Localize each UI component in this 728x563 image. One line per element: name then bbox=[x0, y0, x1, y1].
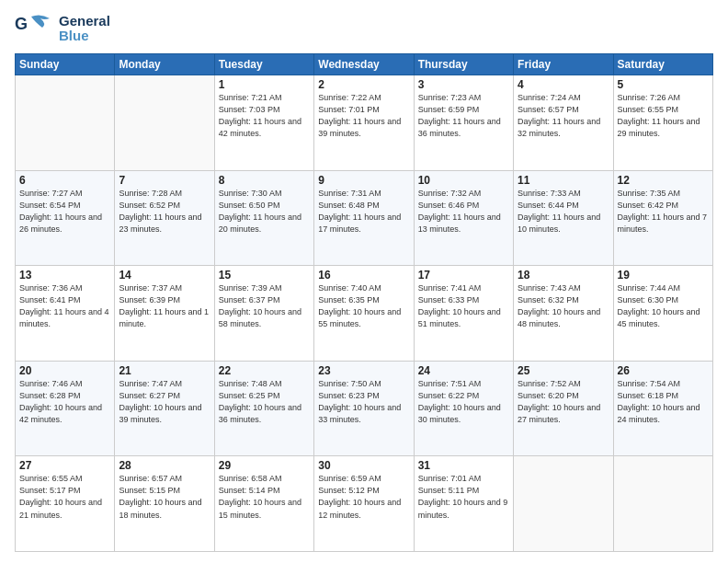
day-info: Sunrise: 7:36 AMSunset: 6:41 PMDaylight:… bbox=[19, 282, 110, 330]
page: G General Blue Sunday Monday Tuesday bbox=[0, 0, 728, 563]
day-info: Sunrise: 7:21 AMSunset: 7:03 PMDaylight:… bbox=[219, 92, 310, 140]
calendar-cell: 27Sunrise: 6:55 AMSunset: 5:17 PMDayligh… bbox=[16, 456, 115, 552]
calendar-cell: 23Sunrise: 7:50 AMSunset: 6:23 PMDayligh… bbox=[314, 361, 414, 456]
day-number: 1 bbox=[219, 78, 310, 91]
col-wednesday: Wednesday bbox=[314, 54, 414, 75]
day-info: Sunrise: 7:37 AMSunset: 6:39 PMDaylight:… bbox=[119, 282, 210, 330]
calendar-cell: 30Sunrise: 6:59 AMSunset: 5:12 PMDayligh… bbox=[314, 456, 414, 552]
day-info: Sunrise: 7:35 AMSunset: 6:42 PMDaylight:… bbox=[618, 188, 709, 236]
day-number: 5 bbox=[618, 78, 709, 91]
calendar-cell: 31Sunrise: 7:01 AMSunset: 5:11 PMDayligh… bbox=[414, 456, 513, 552]
calendar-header-row: Sunday Monday Tuesday Wednesday Thursday… bbox=[16, 54, 713, 75]
day-info: Sunrise: 7:22 AMSunset: 7:01 PMDaylight:… bbox=[318, 92, 409, 140]
day-info: Sunrise: 7:01 AMSunset: 5:11 PMDaylight:… bbox=[418, 473, 509, 521]
day-number: 6 bbox=[19, 174, 110, 187]
day-number: 21 bbox=[119, 364, 210, 377]
logo-blue: Blue bbox=[59, 29, 110, 44]
calendar-cell: 4Sunrise: 7:24 AMSunset: 6:57 PMDaylight… bbox=[514, 75, 613, 171]
calendar-cell: 26Sunrise: 7:54 AMSunset: 6:18 PMDayligh… bbox=[613, 361, 712, 456]
calendar-cell: 25Sunrise: 7:52 AMSunset: 6:20 PMDayligh… bbox=[514, 361, 613, 456]
day-info: Sunrise: 7:51 AMSunset: 6:22 PMDaylight:… bbox=[418, 378, 509, 426]
day-info: Sunrise: 7:54 AMSunset: 6:18 PMDaylight:… bbox=[618, 378, 709, 426]
day-number: 20 bbox=[19, 364, 110, 377]
calendar-cell: 3Sunrise: 7:23 AMSunset: 6:59 PMDaylight… bbox=[414, 75, 513, 171]
calendar-cell: 19Sunrise: 7:44 AMSunset: 6:30 PMDayligh… bbox=[613, 266, 712, 362]
day-number: 22 bbox=[219, 364, 310, 377]
calendar-table: Sunday Monday Tuesday Wednesday Thursday… bbox=[15, 53, 713, 552]
calendar-cell: 7Sunrise: 7:28 AMSunset: 6:52 PMDaylight… bbox=[115, 170, 214, 266]
calendar-cell bbox=[16, 75, 115, 171]
calendar-cell: 24Sunrise: 7:51 AMSunset: 6:22 PMDayligh… bbox=[414, 361, 513, 456]
calendar-cell: 28Sunrise: 6:57 AMSunset: 5:15 PMDayligh… bbox=[115, 456, 214, 552]
calendar-cell: 12Sunrise: 7:35 AMSunset: 6:42 PMDayligh… bbox=[613, 170, 712, 266]
calendar-cell: 22Sunrise: 7:48 AMSunset: 6:25 PMDayligh… bbox=[214, 361, 313, 456]
day-info: Sunrise: 7:33 AMSunset: 6:44 PMDaylight:… bbox=[518, 188, 609, 236]
day-number: 4 bbox=[518, 78, 609, 91]
day-info: Sunrise: 6:57 AMSunset: 5:15 PMDaylight:… bbox=[119, 473, 210, 521]
day-info: Sunrise: 7:39 AMSunset: 6:37 PMDaylight:… bbox=[219, 282, 310, 330]
day-info: Sunrise: 7:24 AMSunset: 6:57 PMDaylight:… bbox=[518, 92, 609, 140]
col-sunday: Sunday bbox=[16, 54, 115, 75]
day-number: 8 bbox=[219, 174, 310, 187]
calendar-cell: 10Sunrise: 7:32 AMSunset: 6:46 PMDayligh… bbox=[414, 170, 513, 266]
day-info: Sunrise: 7:48 AMSunset: 6:25 PMDaylight:… bbox=[219, 378, 310, 426]
day-info: Sunrise: 7:41 AMSunset: 6:33 PMDaylight:… bbox=[418, 282, 509, 330]
calendar-cell: 14Sunrise: 7:37 AMSunset: 6:39 PMDayligh… bbox=[115, 266, 214, 362]
day-number: 14 bbox=[119, 269, 210, 282]
day-info: Sunrise: 7:47 AMSunset: 6:27 PMDaylight:… bbox=[119, 378, 210, 426]
calendar-week-row: 13Sunrise: 7:36 AMSunset: 6:41 PMDayligh… bbox=[16, 266, 713, 362]
header: G General Blue bbox=[15, 11, 713, 46]
calendar-cell bbox=[514, 456, 613, 552]
calendar-cell: 8Sunrise: 7:30 AMSunset: 6:50 PMDaylight… bbox=[214, 170, 313, 266]
day-number: 27 bbox=[19, 459, 110, 472]
day-info: Sunrise: 7:23 AMSunset: 6:59 PMDaylight:… bbox=[418, 92, 509, 140]
day-number: 7 bbox=[119, 174, 210, 187]
calendar-week-row: 20Sunrise: 7:46 AMSunset: 6:28 PMDayligh… bbox=[16, 361, 713, 456]
day-number: 26 bbox=[618, 364, 709, 377]
day-info: Sunrise: 7:43 AMSunset: 6:32 PMDaylight:… bbox=[518, 282, 609, 330]
day-number: 17 bbox=[418, 269, 509, 282]
day-number: 30 bbox=[318, 459, 409, 472]
day-number: 15 bbox=[219, 269, 310, 282]
day-info: Sunrise: 7:44 AMSunset: 6:30 PMDaylight:… bbox=[618, 282, 709, 330]
day-number: 19 bbox=[618, 269, 709, 282]
calendar-week-row: 27Sunrise: 6:55 AMSunset: 5:17 PMDayligh… bbox=[16, 456, 713, 552]
calendar-cell: 5Sunrise: 7:26 AMSunset: 6:55 PMDaylight… bbox=[613, 75, 712, 171]
calendar-cell: 6Sunrise: 7:27 AMSunset: 6:54 PMDaylight… bbox=[16, 170, 115, 266]
day-info: Sunrise: 7:31 AMSunset: 6:48 PMDaylight:… bbox=[318, 188, 409, 236]
calendar-cell: 18Sunrise: 7:43 AMSunset: 6:32 PMDayligh… bbox=[514, 266, 613, 362]
day-number: 3 bbox=[418, 78, 509, 91]
calendar-cell: 29Sunrise: 6:58 AMSunset: 5:14 PMDayligh… bbox=[214, 456, 313, 552]
logo-icon: G bbox=[15, 11, 55, 46]
day-info: Sunrise: 7:50 AMSunset: 6:23 PMDaylight:… bbox=[318, 378, 409, 426]
day-info: Sunrise: 6:58 AMSunset: 5:14 PMDaylight:… bbox=[219, 473, 310, 521]
calendar-cell: 1Sunrise: 7:21 AMSunset: 7:03 PMDaylight… bbox=[214, 75, 313, 171]
day-number: 16 bbox=[318, 269, 409, 282]
day-info: Sunrise: 7:32 AMSunset: 6:46 PMDaylight:… bbox=[418, 188, 509, 236]
calendar-cell: 11Sunrise: 7:33 AMSunset: 6:44 PMDayligh… bbox=[514, 170, 613, 266]
calendar-cell: 21Sunrise: 7:47 AMSunset: 6:27 PMDayligh… bbox=[115, 361, 214, 456]
day-info: Sunrise: 7:27 AMSunset: 6:54 PMDaylight:… bbox=[19, 188, 110, 236]
day-number: 2 bbox=[318, 78, 409, 91]
calendar-cell bbox=[613, 456, 712, 552]
calendar-week-row: 6Sunrise: 7:27 AMSunset: 6:54 PMDaylight… bbox=[16, 170, 713, 266]
day-info: Sunrise: 7:26 AMSunset: 6:55 PMDaylight:… bbox=[618, 92, 709, 140]
day-number: 24 bbox=[418, 364, 509, 377]
day-number: 13 bbox=[19, 269, 110, 282]
day-info: Sunrise: 7:40 AMSunset: 6:35 PMDaylight:… bbox=[318, 282, 409, 330]
col-saturday: Saturday bbox=[613, 54, 712, 75]
logo-general: General bbox=[59, 14, 110, 29]
day-number: 18 bbox=[518, 269, 609, 282]
calendar-cell: 20Sunrise: 7:46 AMSunset: 6:28 PMDayligh… bbox=[16, 361, 115, 456]
logo: G General Blue bbox=[15, 11, 110, 46]
day-number: 25 bbox=[518, 364, 609, 377]
day-number: 29 bbox=[219, 459, 310, 472]
day-number: 23 bbox=[318, 364, 409, 377]
col-thursday: Thursday bbox=[414, 54, 513, 75]
col-tuesday: Tuesday bbox=[214, 54, 313, 75]
day-info: Sunrise: 7:30 AMSunset: 6:50 PMDaylight:… bbox=[219, 188, 310, 236]
day-number: 12 bbox=[618, 174, 709, 187]
calendar-cell bbox=[115, 75, 214, 171]
calendar-cell: 2Sunrise: 7:22 AMSunset: 7:01 PMDaylight… bbox=[314, 75, 414, 171]
day-number: 31 bbox=[418, 459, 509, 472]
